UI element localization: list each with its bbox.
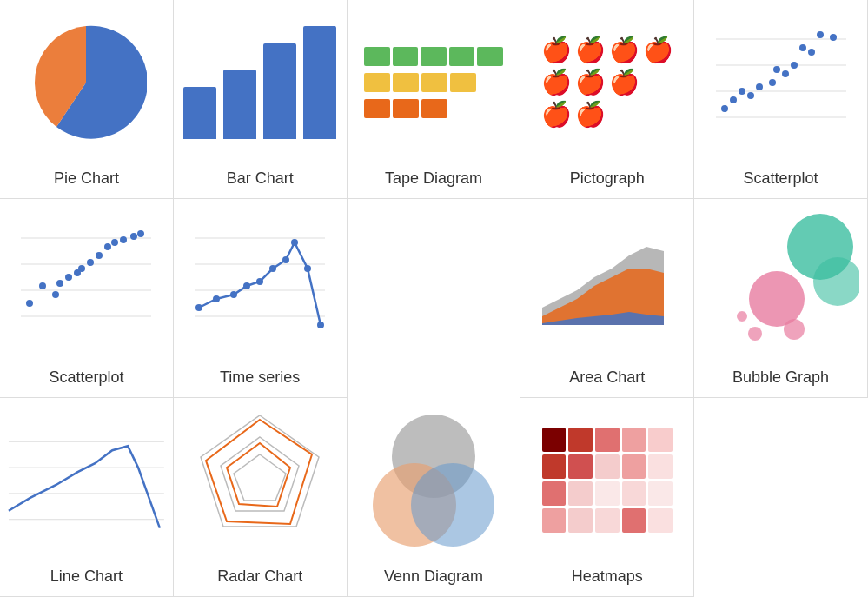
tape-row-2 — [364, 73, 503, 92]
svg-point-23 — [52, 291, 59, 298]
tape-cell — [477, 47, 503, 66]
scatterplot-2-cell: Scatterplot — [0, 199, 174, 398]
bar-3 — [263, 43, 296, 139]
bar-1 — [183, 87, 216, 139]
scatterplot-1-cell: Scatterplot — [694, 0, 868, 199]
svg-marker-64 — [234, 454, 286, 501]
svg-point-6 — [799, 44, 806, 51]
venn-diagram-cell: Venn Diagram — [348, 398, 521, 597]
area-chart-cell: Area Chart — [520, 199, 694, 398]
svg-point-48 — [317, 322, 324, 328]
tape-diagram-label: Tape Diagram — [385, 169, 482, 188]
bar-chart-cell: Bar Chart — [174, 0, 348, 199]
svg-point-5 — [830, 34, 837, 41]
hm-cell — [595, 428, 620, 452]
svg-point-21 — [26, 300, 33, 307]
tape-diagram-cell: Tape Diagram — [348, 0, 521, 199]
venn-diagram-svg — [355, 411, 512, 550]
tape-cell — [393, 47, 419, 66]
tape-cell — [393, 73, 419, 92]
svg-point-40 — [213, 295, 220, 302]
heatmaps-label: Heatmaps — [572, 567, 643, 586]
pie-chart-svg — [25, 22, 147, 143]
pictograph-label: Pictograph — [570, 169, 645, 188]
heatmap-visual — [533, 419, 681, 541]
hm-cell — [542, 454, 567, 479]
area-chart-svg — [533, 221, 681, 342]
tape-cell — [364, 73, 390, 92]
apple-icon: 🍎 — [609, 68, 639, 96]
line-chart-svg — [0, 415, 173, 546]
scatterplot-2-label: Scatterplot — [49, 368, 123, 387]
radar-chart-label: Radar Chart — [217, 567, 302, 586]
hm-cell — [568, 508, 593, 533]
svg-point-57 — [737, 311, 747, 322]
svg-point-14 — [721, 105, 728, 112]
time-series-cell: Time series — [174, 199, 348, 398]
picto-row-2: 🍎 🍎 🍎 — [541, 68, 639, 96]
hm-cell — [595, 508, 620, 533]
svg-point-11 — [756, 83, 763, 90]
svg-point-43 — [256, 278, 263, 285]
scatterplot-2-svg — [12, 221, 160, 342]
bubble-graph-svg — [703, 212, 859, 351]
svg-point-31 — [130, 233, 137, 240]
svg-point-22 — [39, 282, 46, 289]
tape-cell — [421, 47, 447, 66]
svg-point-8 — [791, 62, 798, 69]
svg-point-44 — [269, 265, 276, 272]
radar-chart-area — [174, 398, 347, 562]
venn-diagram-area — [348, 398, 520, 562]
hm-cell — [595, 454, 620, 479]
bar-chart-visual — [175, 26, 345, 139]
svg-point-41 — [230, 291, 237, 298]
pie-chart-label: Pie Chart — [54, 169, 119, 188]
tape-cell — [450, 73, 476, 92]
svg-point-7 — [808, 49, 815, 56]
svg-point-4 — [817, 31, 824, 38]
tape-diagram-area — [348, 0, 520, 164]
apple-icon: 🍎 — [643, 36, 673, 64]
time-series-label: Time series — [220, 368, 300, 387]
svg-point-12 — [747, 92, 754, 99]
bar-chart-label: Bar Chart — [227, 169, 294, 188]
hm-cell — [622, 481, 646, 506]
picto-row-1: 🍎 🍎 🍎 🍎 — [541, 36, 673, 64]
hm-cell — [622, 508, 646, 533]
svg-point-54 — [749, 271, 805, 327]
svg-point-39 — [195, 304, 202, 311]
pie-chart-area — [0, 0, 173, 164]
tape-row-1 — [364, 47, 503, 66]
hm-cell — [622, 454, 646, 479]
svg-point-27 — [96, 252, 103, 259]
svg-point-33 — [56, 280, 63, 287]
svg-point-32 — [137, 230, 144, 237]
apple-icon: 🍎 — [541, 36, 572, 64]
svg-point-69 — [411, 463, 494, 547]
picto-row-3: 🍎 🍎 — [541, 100, 606, 129]
area-chart-area — [520, 199, 693, 363]
scatterplot-2-area — [0, 199, 173, 363]
svg-marker-65 — [206, 420, 312, 524]
svg-point-46 — [291, 239, 298, 246]
svg-point-16 — [739, 88, 745, 95]
heatmaps-cell: Heatmaps — [520, 398, 694, 597]
svg-point-13 — [730, 96, 737, 103]
svg-point-26 — [87, 259, 94, 266]
bubble-graph-area — [694, 199, 867, 363]
radar-chart-svg — [190, 407, 329, 554]
hm-cell — [648, 508, 673, 533]
tape-cell — [449, 47, 475, 66]
hm-cell — [542, 428, 567, 452]
tape-cell — [364, 47, 390, 66]
hm-cell — [568, 428, 593, 452]
svg-marker-62 — [201, 415, 319, 527]
tape-cell — [421, 99, 447, 118]
svg-point-55 — [784, 319, 805, 340]
hm-cell — [542, 481, 567, 506]
tape-cell — [364, 99, 390, 118]
radar-chart-cell: Radar Chart — [174, 398, 348, 597]
hm-cell — [568, 454, 593, 479]
tape-cell — [421, 73, 447, 92]
time-series-area — [174, 199, 347, 363]
